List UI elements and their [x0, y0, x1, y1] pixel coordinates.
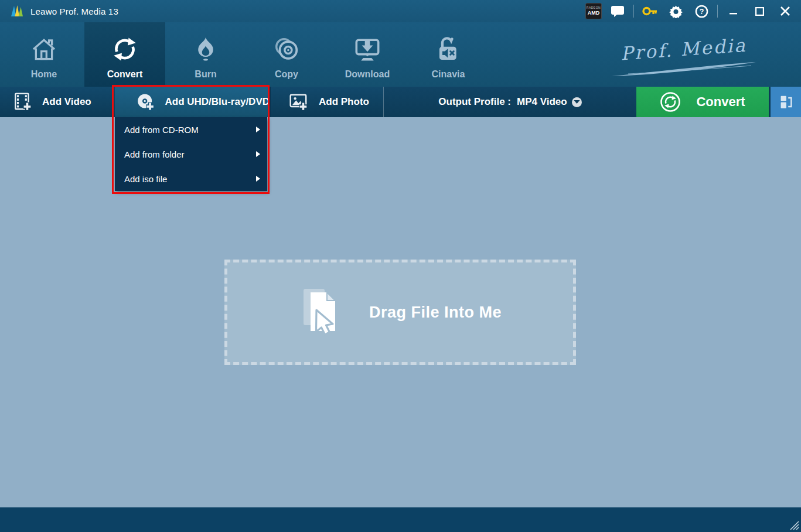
settings-gear-icon[interactable] — [666, 2, 686, 20]
tab-label: Download — [345, 69, 390, 80]
leawo-logo-icon — [9, 4, 25, 18]
panel-layout-icon — [777, 93, 795, 111]
tab-label: Burn — [195, 69, 216, 80]
close-button[interactable] — [775, 2, 795, 20]
submenu-arrow-icon — [256, 176, 260, 182]
add-uhd-bluray-dvd-button[interactable]: Add UHD/Blu-ray/DVD — [115, 87, 270, 117]
add-uhd-label: Add UHD/Blu-ray/DVD — [165, 96, 270, 108]
status-bar — [0, 507, 801, 532]
prof-media-brand: Prof. Media — [611, 39, 757, 77]
submenu-arrow-icon — [256, 127, 260, 132]
tab-home[interactable]: Home — [4, 22, 84, 87]
tab-download[interactable]: Download — [327, 22, 408, 87]
amd-badge-line1: RADEON — [587, 6, 601, 9]
copy-icon — [273, 34, 300, 64]
convert-button[interactable]: Convert — [636, 87, 769, 117]
submenu-arrow-icon — [256, 151, 260, 157]
svg-text:?: ? — [699, 8, 704, 16]
add-video-icon — [13, 91, 33, 112]
convert-button-label: Convert — [696, 94, 745, 110]
window-title: Leawo Prof. Media 13 — [30, 6, 118, 16]
drag-drop-zone[interactable]: Drag File Into Me — [224, 260, 576, 365]
help-icon[interactable]: ? — [691, 2, 711, 20]
output-profile-value: MP4 Video — [517, 96, 567, 108]
menu-item-label: Add from folder — [124, 149, 256, 159]
minimize-button[interactable] — [724, 2, 744, 20]
burn-icon — [193, 34, 219, 64]
tab-label: Convert — [107, 69, 142, 80]
tab-label: Home — [31, 69, 57, 80]
output-profile-label: Output Profile : — [438, 96, 511, 108]
add-video-button[interactable]: Add Video — [0, 87, 115, 117]
register-key-icon[interactable] — [640, 2, 660, 20]
toggle-panel-button[interactable] — [769, 87, 801, 117]
titlebar-separator — [717, 5, 718, 18]
add-photo-icon — [288, 92, 309, 112]
tab-convert[interactable]: Convert — [84, 22, 165, 87]
titlebar-separator — [633, 5, 634, 18]
add-disc-icon — [136, 91, 155, 112]
convert-action-icon — [660, 91, 681, 112]
cinavia-icon — [435, 34, 462, 64]
app-window: Leawo Prof. Media 13 RADEON AMD — [0, 0, 801, 532]
output-profile-selector[interactable]: Output Profile : MP4 Video — [383, 87, 636, 117]
dropzone-label: Drag File Into Me — [369, 303, 502, 322]
tab-label: Cinavia — [432, 69, 465, 80]
add-photo-label: Add Photo — [319, 96, 369, 108]
menu-item-label: Add iso file — [124, 174, 256, 184]
home-icon — [30, 34, 57, 64]
tab-label: Copy — [275, 69, 298, 80]
resize-grip[interactable] — [789, 520, 799, 530]
tab-copy[interactable]: Copy — [246, 22, 327, 87]
amd-radeon-badge: RADEON AMD — [585, 3, 602, 19]
maximize-button[interactable] — [749, 2, 769, 20]
brand-swoosh — [611, 61, 757, 77]
chevron-down-icon — [572, 97, 582, 107]
amd-badge-line2: AMD — [588, 11, 600, 16]
drag-file-icon — [299, 285, 345, 339]
tab-cinavia[interactable]: Cinavia — [408, 22, 489, 87]
convert-icon — [111, 34, 138, 64]
add-photo-button[interactable]: Add Photo — [270, 87, 383, 117]
menu-item-label: Add from CD-ROM — [124, 125, 256, 135]
tab-burn[interactable]: Burn — [165, 22, 246, 87]
titlebar: Leawo Prof. Media 13 RADEON AMD — [0, 0, 801, 22]
feedback-icon[interactable] — [608, 2, 628, 20]
main-navigation: Home Convert — [0, 22, 801, 87]
menu-item-add-from-folder[interactable]: Add from folder — [115, 142, 267, 166]
action-toolbar: Add Video Add UHD/Blu-ray/DVD Add Photo — [0, 87, 801, 117]
add-uhd-dropdown-menu: Add from CD-ROM Add from folder Add iso … — [115, 117, 267, 191]
menu-item-add-from-cdrom[interactable]: Add from CD-ROM — [115, 117, 267, 142]
add-video-label: Add Video — [42, 96, 91, 108]
brand-text: Prof. Media — [620, 35, 748, 64]
download-icon — [354, 34, 381, 64]
menu-item-add-iso-file[interactable]: Add iso file — [115, 166, 267, 191]
